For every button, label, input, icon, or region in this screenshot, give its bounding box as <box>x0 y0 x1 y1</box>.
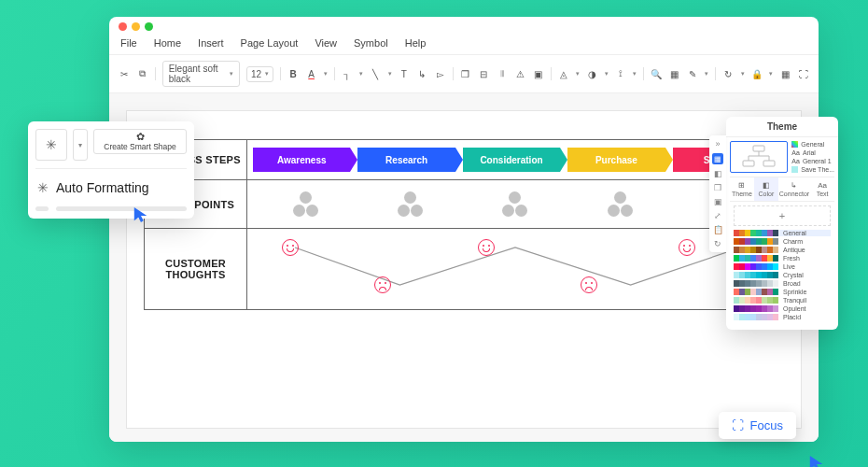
happy-face-icon[interactable] <box>478 239 495 256</box>
layers-rail-icon[interactable]: ❒ <box>714 183 721 192</box>
menu-help[interactable]: Help <box>405 37 427 49</box>
sad-face-icon[interactable] <box>374 276 391 293</box>
tab-text[interactable]: AaText <box>810 177 834 201</box>
process-cell: Awareness Research Consideration Purchas… <box>247 140 784 180</box>
image-rail-icon[interactable]: ▣ <box>714 197 722 206</box>
palette-list: GeneralCharmAntiqueFreshLiveCrystalBroad… <box>730 230 834 326</box>
size-select[interactable]: 12 ▾ <box>246 66 273 82</box>
touchpoints-row: TOUCHPOINTS <box>145 180 784 229</box>
tab-theme[interactable]: ⊞Theme <box>730 177 754 201</box>
connector-icon[interactable]: ┐ <box>342 66 353 81</box>
auto-formatting-item[interactable]: ✳ Auto Formatting <box>35 177 187 199</box>
toolbar: ✂ ⧉ Elegant soft black ▾ 12 ▾ B A ▾ ┐ ▾ … <box>109 55 819 93</box>
minimize-dot[interactable] <box>132 22 140 31</box>
expand-rail-icon[interactable]: » <box>715 139 720 149</box>
menu-view[interactable]: View <box>315 37 337 49</box>
layers-icon[interactable]: ❒ <box>460 66 471 81</box>
happy-face-icon[interactable] <box>282 239 299 256</box>
sad-face-icon[interactable] <box>581 276 597 293</box>
font-select[interactable]: Elegant soft black ▾ <box>162 61 240 87</box>
rail-strip: » ▦ ◧ ❒ ▣ ⤢ 📋 ↻ <box>709 135 726 252</box>
focus-button[interactable]: ⛶ Focus <box>719 412 796 439</box>
palette-row[interactable]: Broad <box>734 280 831 287</box>
pointer-icon[interactable]: ▻ <box>435 66 446 81</box>
palette-row[interactable]: Sprinkle <box>734 289 831 295</box>
palette-label: Live <box>781 263 831 270</box>
align-icon[interactable]: ⊟ <box>478 66 489 81</box>
palette-label: Broad <box>781 280 831 287</box>
clipboard-rail-icon[interactable]: 📋 <box>713 225 723 234</box>
palette-row[interactable]: Live <box>734 263 831 270</box>
chevron-down-icon[interactable]: ▾ <box>73 129 88 161</box>
theme-rail-icon[interactable]: ▦ <box>712 153 723 164</box>
palette-row[interactable]: Tranquil <box>734 297 831 304</box>
theme-tabs: ⊞Theme ◧Color ↳Connector AaText <box>730 177 834 202</box>
tab-color[interactable]: ◧Color <box>754 177 778 201</box>
fill-icon[interactable]: ◬ <box>558 66 569 81</box>
palette-label: Sprinkle <box>781 289 831 295</box>
step-purchase[interactable]: Purchase <box>567 148 665 172</box>
zoom-icon[interactable]: 🔍 <box>651 66 662 81</box>
redo-icon[interactable]: ↻ <box>722 66 734 81</box>
palette-row[interactable]: Fresh <box>734 255 831 262</box>
cut-icon[interactable]: ✂ <box>119 66 130 81</box>
tab-connector[interactable]: ↳Connector <box>778 177 810 201</box>
edit-tool-icon[interactable]: ↳ <box>416 66 427 81</box>
happy-face-icon[interactable] <box>679 239 695 256</box>
close-dot[interactable] <box>119 22 127 31</box>
line-icon[interactable]: ╲ <box>370 66 381 81</box>
theme-thumbnail[interactable] <box>730 141 788 173</box>
touchpoint-cluster[interactable] <box>398 191 423 217</box>
maximize-dot[interactable] <box>145 22 153 31</box>
window-titlebar <box>109 17 819 35</box>
shadow-icon[interactable]: ◑ <box>586 66 597 81</box>
pen-icon[interactable]: ✎ <box>687 66 698 81</box>
step-consideration[interactable]: Consideration <box>463 148 560 172</box>
text-icon[interactable]: T <box>399 66 410 81</box>
palette-row[interactable]: Charm <box>734 238 831 245</box>
expand-icon[interactable]: ⛶ <box>798 66 809 81</box>
theme-title: Theme <box>726 117 838 137</box>
create-smart-shape-button[interactable]: ✿ Create Smart Shape <box>93 129 187 154</box>
palette-row[interactable]: Antique <box>734 247 831 253</box>
lock-icon[interactable]: 🔒 <box>751 66 763 81</box>
format-preview <box>35 206 187 211</box>
palette-label: Antique <box>781 247 831 253</box>
touchpoint-cluster[interactable] <box>293 191 318 217</box>
pages-icon[interactable]: ▦ <box>669 66 680 81</box>
thoughts-cell <box>247 229 784 310</box>
menu-page-layout[interactable]: Page Layout <box>241 37 299 49</box>
burst-icon[interactable]: ✳ <box>35 129 67 161</box>
resize-rail-icon[interactable]: ⤢ <box>714 211 721 220</box>
palette-row[interactable]: General <box>734 230 831 236</box>
chevron-down-icon[interactable]: ▾ <box>324 70 328 78</box>
svg-rect-1 <box>743 161 754 166</box>
crop-icon[interactable]: ⟟ <box>615 66 626 81</box>
warning-icon[interactable]: ⚠ <box>514 66 525 81</box>
menu-file[interactable]: File <box>120 37 137 49</box>
menu-insert[interactable]: Insert <box>198 37 224 49</box>
add-theme-button[interactable]: + <box>734 205 831 226</box>
auto-formatting-label: Auto Formatting <box>56 180 149 195</box>
style-rail-icon[interactable]: ◧ <box>714 169 722 178</box>
palette-row[interactable]: Crystal <box>734 272 831 278</box>
font-color-icon[interactable]: A <box>305 66 316 81</box>
touchpoint-cluster[interactable] <box>608 191 633 217</box>
palette-label: Tranquil <box>781 297 831 304</box>
palette-row[interactable]: Placid <box>734 314 831 320</box>
bold-icon[interactable]: B <box>287 66 299 81</box>
step-awareness[interactable]: Awareness <box>253 148 350 172</box>
copy-icon[interactable]: ⧉ <box>136 66 147 81</box>
history-rail-icon[interactable]: ↻ <box>714 239 721 248</box>
image-icon[interactable]: ▣ <box>533 66 544 81</box>
touchpoint-cluster[interactable] <box>502 191 527 217</box>
menu-home[interactable]: Home <box>154 37 181 49</box>
chevron-down-icon: ▾ <box>230 70 233 78</box>
distribute-icon[interactable]: ⫴ <box>497 66 508 81</box>
palette-label: General <box>781 230 831 236</box>
step-research[interactable]: Research <box>357 148 455 172</box>
grid-icon[interactable]: ▦ <box>779 66 791 81</box>
menu-symbol[interactable]: Symbol <box>354 37 388 49</box>
palette-row[interactable]: Opulent <box>734 305 831 312</box>
palette-label: Charm <box>781 238 831 245</box>
